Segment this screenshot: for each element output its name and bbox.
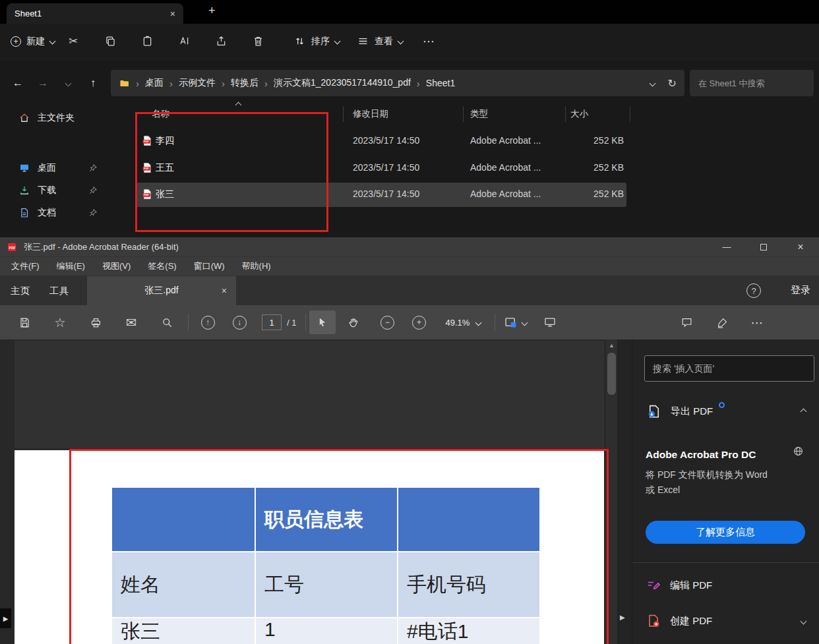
zoom-level-dropdown[interactable]: 49.1%	[435, 318, 491, 328]
toolbar-more-button[interactable]: ⋯	[740, 310, 775, 334]
sidebar-item-documents[interactable]: 文档	[0, 202, 107, 224]
column-header-date[interactable]: 修改日期	[353, 108, 388, 120]
history-chevron-button[interactable]	[55, 71, 80, 96]
hand-tool-button[interactable]	[336, 310, 371, 334]
forward-button[interactable]: →	[30, 71, 55, 96]
column-header-name[interactable]: 名称	[152, 108, 169, 120]
table-row-selected[interactable]: PDF 张三 2023/5/17 14:50 Adobe Acrobat ...…	[107, 181, 819, 208]
export-pdf-tool[interactable]: 导出 PDF	[632, 396, 819, 426]
tab-tools[interactable]: 工具	[49, 285, 69, 297]
acrobat-app-icon: PDF	[7, 242, 17, 252]
canvas-upper-region	[15, 341, 604, 448]
document-scrollbar[interactable]: ▲	[606, 339, 617, 644]
comment-button[interactable]	[669, 310, 704, 334]
share-button[interactable]	[202, 30, 239, 53]
plus-circle-icon: +	[11, 36, 21, 47]
read-mode-button[interactable]	[532, 310, 568, 334]
close-document-icon[interactable]: ×	[222, 285, 227, 296]
folder-icon	[119, 78, 130, 89]
table-data-cell: 1	[256, 618, 398, 644]
breadcrumb[interactable]: › 桌面 › 示例文件 › 转换后 › 演示文稿1_20230517144910…	[111, 70, 684, 96]
column-header-type[interactable]: 类型	[470, 108, 488, 120]
close-tab-icon[interactable]: ×	[170, 9, 175, 19]
maximize-button[interactable]	[745, 237, 782, 257]
view-button[interactable]: 查看	[357, 35, 403, 47]
explorer-search-input[interactable]	[690, 70, 814, 96]
breadcrumb-item[interactable]: 演示文稿1_20230517144910_pdf	[274, 77, 411, 89]
edit-pdf-tool[interactable]: 编辑 PDF	[632, 570, 819, 600]
highlighter-icon	[716, 316, 729, 329]
learn-more-button[interactable]: 了解更多信息	[646, 521, 805, 544]
email-button[interactable]: ✉	[113, 310, 149, 334]
menu-sign[interactable]: 签名(S)	[139, 260, 185, 272]
tools-search-input[interactable]	[644, 355, 814, 382]
panel-toggle-icon[interactable]: ▶	[620, 614, 625, 621]
presentation-screen-icon	[543, 316, 557, 329]
hand-icon	[348, 316, 360, 329]
new-button[interactable]: + 新建	[11, 36, 55, 47]
find-button[interactable]	[149, 310, 185, 334]
file-size: 252 KB	[530, 189, 624, 199]
page-number-input[interactable]	[262, 314, 282, 330]
help-button[interactable]: ?	[746, 283, 761, 298]
new-tab-button[interactable]: +	[208, 4, 216, 18]
promo-title: Adobe Acrobat Pro DC	[646, 449, 756, 461]
copy-button[interactable]	[92, 30, 129, 53]
document-tab[interactable]: 张三.pdf ×	[87, 276, 236, 305]
zoom-in-button[interactable]: +	[403, 310, 435, 334]
address-dropdown-icon[interactable]	[649, 80, 655, 86]
breadcrumb-item[interactable]: 桌面	[145, 77, 164, 89]
previous-page-button[interactable]: ↑	[192, 310, 224, 334]
page-display-dropdown[interactable]	[499, 316, 532, 330]
rename-button[interactable]	[166, 30, 202, 53]
menu-help[interactable]: 帮助(H)	[233, 260, 280, 272]
close-window-button[interactable]: ×	[782, 237, 819, 257]
scroll-up-icon[interactable]: ▲	[606, 342, 617, 349]
sidebar-home-label: 主文件夹	[38, 112, 75, 124]
table-title-cell: 职员信息表	[256, 488, 398, 552]
breadcrumb-item[interactable]: 转换后	[231, 77, 258, 89]
notification-dot-icon	[719, 402, 725, 408]
tab-home[interactable]: 主页	[11, 285, 30, 297]
scrollbar-thumb[interactable]	[607, 353, 616, 395]
delete-button[interactable]	[239, 30, 276, 53]
menu-window[interactable]: 窗口(W)	[185, 260, 233, 272]
table-row[interactable]: PDF 李四 2023/5/17 14:50 Adobe Acrobat ...…	[107, 128, 819, 155]
sign-in-button[interactable]: 登录	[791, 284, 810, 297]
pin-icon	[88, 186, 98, 195]
zoom-out-button[interactable]: −	[371, 310, 403, 334]
left-pane-toggle[interactable]: ▶	[0, 608, 11, 628]
more-options-button[interactable]: ⋯	[423, 34, 436, 49]
sidebar-item-desktop[interactable]: 桌面	[0, 157, 107, 179]
back-button[interactable]: ←	[5, 71, 30, 96]
select-tool-button[interactable]	[309, 310, 336, 334]
magnifier-icon	[161, 316, 173, 329]
star-button[interactable]: ☆	[42, 310, 78, 334]
paste-button[interactable]	[129, 30, 166, 53]
print-button[interactable]	[78, 310, 113, 334]
highlight-button[interactable]	[704, 310, 740, 334]
breadcrumb-item[interactable]: 示例文件	[179, 77, 216, 89]
acrobat-reader-window: PDF 张三.pdf - Adobe Acrobat Reader (64-bi…	[0, 237, 819, 644]
cut-button[interactable]: ✂	[55, 30, 92, 53]
create-pdf-tool[interactable]: 创建 PDF	[632, 606, 819, 636]
explorer-tab[interactable]: Sheet1 ×	[7, 3, 183, 24]
minimize-button[interactable]: —	[708, 237, 745, 257]
sort-button[interactable]: 排序	[293, 35, 340, 47]
breadcrumb-item[interactable]: Sheet1	[426, 78, 455, 88]
up-button[interactable]: ↑	[80, 71, 106, 96]
table-row[interactable]: PDF 王五 2023/5/17 14:50 Adobe Acrobat ...…	[107, 155, 819, 182]
refresh-icon[interactable]: ↻	[668, 77, 677, 90]
sort-arrows-icon	[293, 35, 306, 47]
column-header-size[interactable]: 大小	[570, 108, 588, 120]
sidebar-item-home[interactable]: 主文件夹	[0, 107, 107, 129]
sidebar-item-downloads[interactable]: 下载	[0, 179, 107, 202]
document-canvas[interactable]: 职员信息表 姓名 工号 手机号码 张三 1 #电话1 ▲ ▶	[0, 339, 617, 644]
file-date: 2023/5/17 14:50	[353, 189, 419, 199]
menu-view[interactable]: 视图(V)	[94, 260, 139, 272]
next-page-button[interactable]: ↓	[224, 310, 255, 334]
save-button[interactable]	[7, 310, 42, 334]
menu-file[interactable]: 文件(F)	[3, 260, 48, 272]
menu-edit[interactable]: 编辑(E)	[48, 260, 94, 272]
document-tab-title: 张三.pdf	[144, 285, 178, 297]
